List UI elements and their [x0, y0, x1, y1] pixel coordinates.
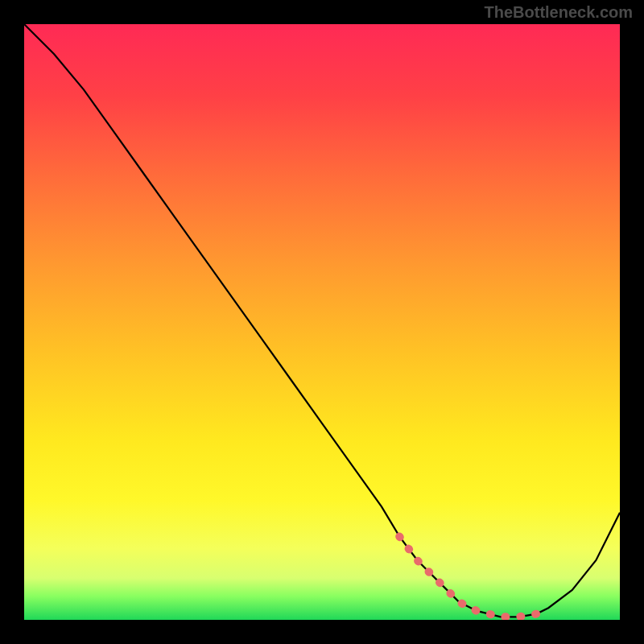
plot-area [24, 24, 620, 620]
bottleneck-highlight [399, 536, 548, 617]
chart-container: TheBottleneck.com [0, 0, 644, 644]
curve-layer [24, 24, 620, 620]
watermark-text: TheBottleneck.com [485, 3, 633, 22]
bottleneck-curve [24, 24, 620, 617]
